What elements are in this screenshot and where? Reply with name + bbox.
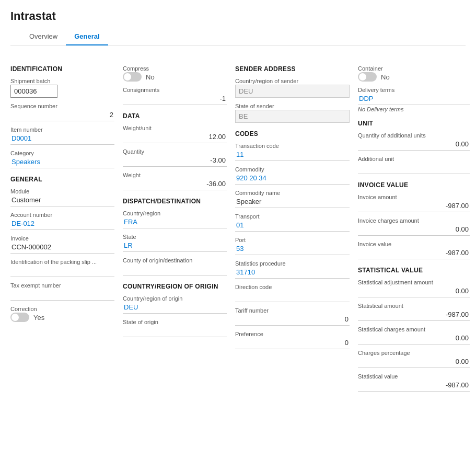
state-sender-label: State of sender: [235, 103, 350, 109]
statistics-procedure-label: Statistics procedure: [235, 260, 350, 267]
category-value[interactable]: Speakers: [10, 157, 114, 168]
additional-unit-field: Additional unit: [358, 156, 470, 174]
general-title: GENERAL: [10, 176, 114, 183]
no-delivery-note: No Delivery terms: [358, 106, 470, 112]
tariff-number-label: Tariff number: [235, 307, 350, 314]
port-field: Port 53: [235, 237, 350, 255]
weight-value: -36.00: [123, 179, 227, 190]
account-number-field: Account number DE-012: [10, 212, 114, 230]
category-label: Category: [10, 150, 114, 156]
compress-toggle-row: No: [123, 72, 227, 82]
sequence-number-value: 2: [10, 110, 114, 121]
shipment-batch-field: Shipment batch: [10, 78, 114, 98]
invoice-value: CCN-000002: [10, 242, 114, 254]
invoice-amount-field: Invoice amount -987.00: [358, 194, 470, 212]
consignments-field: Consignments -1: [123, 87, 227, 105]
delivery-terms-value[interactable]: DDP: [358, 94, 470, 105]
item-number-value[interactable]: D0001: [10, 133, 114, 145]
container-toggle-label: No: [381, 73, 390, 81]
invoice-amount-value: -987.00: [358, 201, 470, 212]
category-field: Category Speakers: [10, 150, 114, 168]
charges-pct-label: Charges percentage: [358, 350, 470, 356]
invoice-value-field: Invoice value -987.00: [358, 241, 470, 259]
transaction-code-value[interactable]: 11: [235, 150, 350, 161]
county-field: County of origin/destination: [123, 257, 227, 275]
stat-adjustment-value: 0.00: [358, 286, 470, 297]
statistical-value-value: -987.00: [358, 380, 470, 392]
page-title: Intrastat: [10, 9, 466, 23]
item-number-label: Item number: [10, 127, 114, 133]
consignments-label: Consignments: [123, 87, 227, 93]
weight-unit-label: Weight/unit: [123, 125, 227, 131]
county-value: [123, 264, 227, 275]
quantity-label: Quantity: [123, 148, 227, 155]
module-value: Customer: [10, 195, 114, 206]
state-label: State: [123, 234, 227, 240]
commodity-value[interactable]: 920 20 34: [235, 173, 350, 185]
sender-title: SENDER ADDRESS: [235, 65, 350, 73]
tax-exempt-field: Tax exempt number: [10, 282, 114, 301]
data-column: Compress No Consignments -1 DATA Weight/…: [123, 58, 235, 397]
country-sender-field: Country/region of sender: [235, 78, 350, 98]
direction-code-field: Direction code: [235, 284, 350, 302]
container-toggle-row: No: [358, 72, 470, 82]
tab-general[interactable]: General: [66, 28, 108, 45]
compress-field: Compress No: [123, 65, 227, 82]
state-origin-field: State of origin: [123, 319, 227, 337]
quantity-value: -3.00: [123, 155, 227, 167]
delivery-terms-label: Delivery terms: [358, 87, 470, 93]
shipment-batch-input[interactable]: [10, 85, 57, 98]
transport-value[interactable]: 01: [235, 220, 350, 232]
additional-unit-label: Additional unit: [358, 156, 470, 162]
account-number-value[interactable]: DE-012: [10, 219, 114, 230]
direction-code-label: Direction code: [235, 284, 350, 290]
transport-field: Transport 01: [235, 213, 350, 232]
direction-code-value: [235, 291, 350, 302]
consignments-value: -1: [123, 94, 227, 105]
country-origin-label: Country/region of origin: [123, 295, 227, 302]
container-toggle[interactable]: [358, 72, 377, 82]
country-sender-input: [235, 85, 350, 98]
stat-charges-label: Statistical charges amount: [358, 326, 470, 332]
qty-additional-field: Quantity of additional units 0.00: [358, 132, 470, 151]
weight-unit-field: Weight/unit 12.00: [123, 125, 227, 143]
tab-bar: Overview General: [10, 28, 466, 45]
statistics-procedure-value[interactable]: 31710: [235, 267, 350, 279]
qty-additional-label: Quantity of additional units: [358, 132, 470, 139]
right-column: Container No Delivery terms DDP No Deliv…: [358, 58, 476, 397]
country-region-value[interactable]: FRA: [123, 217, 227, 228]
port-label: Port: [235, 237, 350, 243]
sequence-number-label: Sequence number: [10, 103, 114, 109]
port-value[interactable]: 53: [235, 244, 350, 255]
stat-adjustment-field: Statistical adjustment amount 0.00: [358, 279, 470, 297]
transaction-code-field: Transaction code 11: [235, 143, 350, 161]
commodity-name-label: Commodity name: [235, 190, 350, 196]
packing-slip-field: Identification of the packing slip ...: [10, 259, 114, 277]
module-label: Module: [10, 188, 114, 194]
commodity-name-field: Commodity name Speaker: [235, 190, 350, 208]
delivery-terms-field: Delivery terms DDP No Delivery terms: [358, 87, 470, 112]
compress-toggle[interactable]: [123, 72, 142, 82]
transaction-code-label: Transaction code: [235, 143, 350, 149]
country-origin-value[interactable]: DEU: [123, 302, 227, 314]
qty-additional-value: 0.00: [358, 139, 470, 151]
invoice-value-title: INVOICE VALUE: [358, 181, 470, 189]
tab-overview[interactable]: Overview: [21, 28, 66, 45]
tariff-number-value: 0: [235, 314, 350, 326]
correction-toggle[interactable]: [10, 313, 29, 322]
state-value[interactable]: LR: [123, 240, 227, 252]
transport-label: Transport: [235, 213, 350, 220]
additional-unit-value: [358, 163, 470, 174]
invoice-label: Invoice: [10, 235, 114, 242]
statistical-value-field: Statistical value -987.00: [358, 373, 470, 392]
account-number-label: Account number: [10, 212, 114, 218]
invoice-charges-label: Invoice charges amount: [358, 217, 470, 224]
weight-field: Weight -36.00: [123, 172, 227, 190]
container-label: Container: [358, 65, 470, 72]
statistical-value-label: Statistical value: [358, 373, 470, 380]
tax-exempt-value: [10, 289, 114, 301]
country-origin-title: COUNTRY/REGION OF ORIGIN: [123, 283, 227, 290]
stat-amount-label: Statistical amount: [358, 303, 470, 309]
invoice-amount-label: Invoice amount: [358, 194, 470, 200]
state-field: State LR: [123, 234, 227, 252]
